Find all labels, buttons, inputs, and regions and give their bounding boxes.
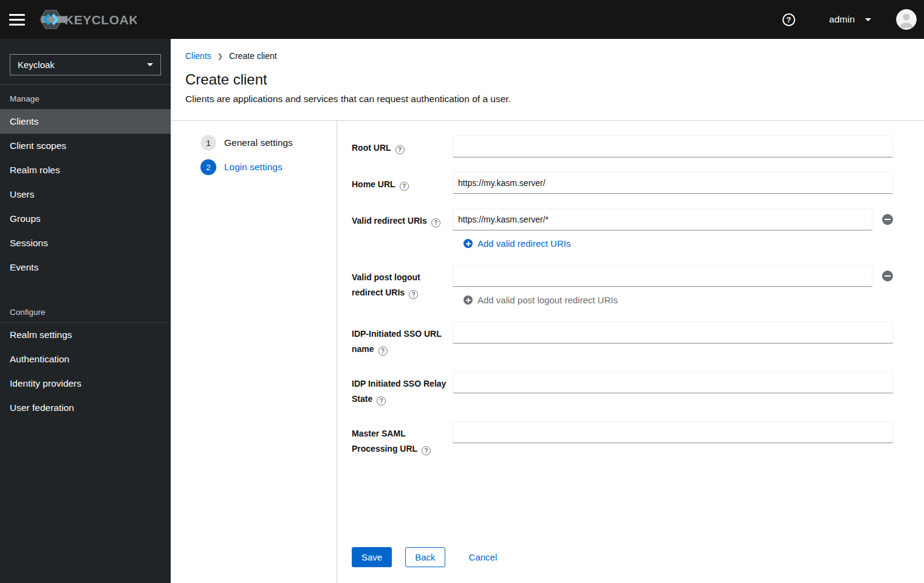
wizard: 1General settings2Login settings Root UR… (171, 121, 924, 583)
sidebar-item-client-scopes[interactable]: Client scopes (0, 134, 171, 158)
field-label-text: Master SAML Processing URL (352, 429, 417, 454)
wizard-steps-nav: 1General settings2Login settings (171, 121, 337, 583)
home-url-input[interactable] (453, 172, 893, 194)
input-row (453, 136, 893, 157)
help-question-icon[interactable]: ? (400, 182, 409, 191)
realm-selector[interactable]: Keycloak (10, 54, 161, 75)
user-menu[interactable]: admin (829, 14, 871, 25)
add-link-add-valid-post-logout-redirect-uris: Add valid post logout redirect URIs (464, 295, 618, 305)
form-row-root-url: Root URL? (352, 136, 893, 157)
sidebar-item-authentication[interactable]: Authentication (0, 347, 171, 371)
chevron-down-icon (147, 63, 153, 66)
form-row-valid-redirect-uris: Valid redirect URIs?Add valid redirect U… (352, 209, 893, 250)
form-actions: Save Back Cancel (352, 547, 893, 567)
sidebar-item-realm-roles[interactable]: Realm roles (0, 158, 171, 182)
form-row-home-url: Home URL? (352, 172, 893, 194)
field-label-root-url: Root URL? (352, 136, 453, 157)
plus-circle-icon (464, 295, 473, 305)
field-label-home-url: Home URL? (352, 172, 453, 194)
input-row (453, 265, 893, 287)
page-title: Create client (185, 71, 909, 88)
field-label-text: Valid redirect URIs (352, 216, 427, 226)
realm-selector-wrap: Keycloak (0, 39, 171, 85)
page-description: Clients are applications and services th… (185, 92, 909, 105)
sidebar-nav: ManageClientsClient scopesRealm rolesUse… (0, 85, 171, 420)
field-label-idp-initiated-sso-relay-state: IDP Initiated SSO Relay State? (352, 371, 453, 407)
sidebar-item-realm-settings[interactable]: Realm settings (0, 323, 171, 347)
step-number: 2 (200, 159, 216, 175)
field-valid-redirect-uris: Add valid redirect URIs (453, 209, 893, 250)
help-question-icon[interactable]: ? (409, 290, 418, 299)
help-question-icon[interactable]: ? (422, 446, 431, 455)
form-row-master-saml-processing-url: Master SAML Processing URL? (352, 421, 893, 457)
field-label-text: Root URL (352, 143, 391, 153)
keycloak-logo: KEYCLOAK (39, 9, 137, 30)
avatar[interactable] (896, 9, 917, 30)
step-label: General settings (224, 137, 293, 148)
breadcrumb: Clients❯Create client (185, 51, 909, 61)
help-question-icon[interactable]: ? (377, 396, 386, 405)
wizard-form: Root URL?Home URL?Valid redirect URIs?Ad… (337, 121, 924, 583)
sidebar-item-user-federation[interactable]: User federation (0, 396, 171, 420)
idp-initiated-sso-relay-state-input[interactable] (453, 371, 893, 393)
nav-section-title: Configure (0, 298, 171, 323)
form-rows: Root URL?Home URL?Valid redirect URIs?Ad… (352, 136, 893, 471)
field-label-idp-initiated-sso-url-name: IDP-Initiated SSO URL name? (352, 322, 453, 357)
step-label: Login settings (224, 162, 282, 173)
remove-uri-button[interactable] (882, 214, 893, 225)
input-row (453, 322, 893, 343)
add-link-label: Add valid redirect URIs (477, 238, 570, 249)
nav-section-title: Manage (0, 85, 171, 109)
field-label-master-saml-processing-url: Master SAML Processing URL? (352, 421, 453, 457)
step-number: 1 (200, 135, 216, 151)
input-row (453, 421, 893, 443)
sidebar-item-sessions[interactable]: Sessions (0, 231, 171, 255)
topbar: KEYCLOAK ? admin (0, 0, 924, 39)
sidebar-item-clients[interactable]: Clients (0, 109, 171, 134)
nav-section-configure: ConfigureRealm settingsAuthenticationIde… (0, 298, 171, 420)
field-root-url (453, 136, 893, 157)
save-button[interactable]: Save (352, 547, 392, 567)
field-label-text: Home URL (352, 179, 395, 189)
help-question-icon[interactable]: ? (378, 347, 388, 356)
topbar-right: ? admin (782, 9, 924, 30)
valid-redirect-uris-input[interactable] (453, 209, 872, 230)
field-label-valid-redirect-uris: Valid redirect URIs? (352, 209, 453, 250)
page-header: Clients❯Create client Create client Clie… (171, 39, 924, 121)
add-link-add-valid-redirect-uris[interactable]: Add valid redirect URIs (464, 238, 570, 249)
field-idp-initiated-sso-url-name (453, 322, 893, 357)
help-icon[interactable]: ? (782, 13, 795, 26)
hamburger-menu-icon[interactable] (9, 14, 25, 26)
master-saml-processing-url-input[interactable] (453, 421, 893, 443)
valid-post-logout-redirect-uris-input[interactable] (453, 265, 872, 287)
remove-uri-button[interactable] (882, 271, 893, 281)
help-question-icon[interactable]: ? (431, 218, 440, 227)
sidebar-item-identity-providers[interactable]: Identity providers (0, 371, 171, 396)
field-home-url (453, 172, 893, 194)
main-content: Clients❯Create client Create client Clie… (171, 39, 924, 583)
input-row (453, 209, 893, 230)
plus-circle-icon (464, 239, 473, 248)
back-button[interactable]: Back (405, 547, 445, 567)
idp-initiated-sso-url-name-input[interactable] (453, 322, 893, 343)
cancel-button[interactable]: Cancel (469, 547, 498, 567)
wizard-step-general-settings[interactable]: 1General settings (200, 135, 337, 151)
root-url-input[interactable] (453, 136, 893, 157)
chevron-down-icon (865, 18, 871, 21)
form-row-idp-initiated-sso-relay-state: IDP Initiated SSO Relay State? (352, 371, 893, 407)
nav-section-manage: ManageClientsClient scopesRealm rolesUse… (0, 85, 171, 280)
sidebar-item-events[interactable]: Events (0, 255, 171, 280)
breadcrumb-item-create-client: Create client (229, 51, 277, 61)
field-valid-post-logout-redirect-uris: Add valid post logout redirect URIs (453, 265, 893, 307)
breadcrumb-item-clients[interactable]: Clients (185, 51, 211, 61)
sidebar: Keycloak ManageClientsClient scopesRealm… (0, 39, 171, 583)
wizard-step-login-settings[interactable]: 2Login settings (200, 159, 337, 175)
field-label-text: IDP-Initiated SSO URL name (352, 329, 442, 354)
sidebar-item-groups[interactable]: Groups (0, 207, 171, 231)
sidebar-item-users[interactable]: Users (0, 182, 171, 207)
breadcrumb-separator-icon: ❯ (217, 52, 223, 60)
form-row-valid-post-logout-redirect-uris: Valid post logout redirect URIs?Add vali… (352, 265, 893, 307)
field-label-text: IDP Initiated SSO Relay State (352, 379, 446, 404)
help-question-icon[interactable]: ? (395, 145, 405, 154)
user-name: admin (829, 14, 855, 25)
